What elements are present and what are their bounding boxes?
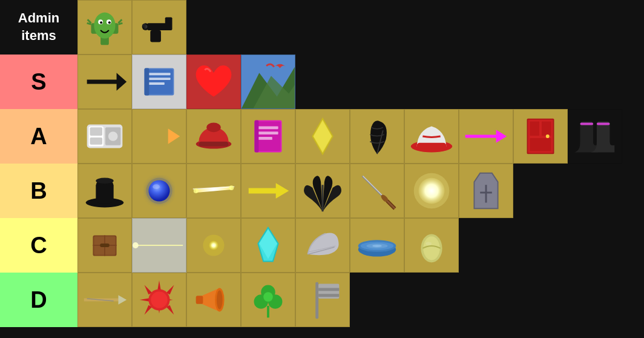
svg-marker-74	[276, 183, 289, 198]
svg-rect-128	[318, 288, 339, 291]
svg-marker-114	[145, 305, 153, 315]
tier-label-s: S	[0, 55, 77, 109]
item-a-7	[404, 109, 459, 164]
tier-items-c	[77, 218, 459, 273]
item-d-5	[295, 273, 350, 327]
item-b-4	[241, 164, 295, 218]
svg-marker-19	[117, 73, 127, 90]
svg-point-117	[151, 291, 167, 308]
item-a-10	[568, 109, 622, 164]
item-a-4	[241, 109, 295, 164]
tier-items-d	[77, 273, 350, 327]
tier-row-b: B	[0, 164, 644, 218]
item-b-1	[77, 164, 132, 218]
item-a-9	[513, 109, 568, 164]
svg-marker-36	[168, 128, 180, 144]
item-d-4	[241, 273, 295, 327]
svg-rect-129	[318, 294, 339, 297]
svg-point-65	[96, 177, 113, 184]
svg-rect-50	[417, 143, 447, 149]
tier-label-c: C	[0, 218, 77, 273]
svg-marker-112	[145, 285, 153, 295]
svg-rect-45	[255, 121, 259, 153]
item-s-3	[186, 55, 241, 109]
item-c-4	[241, 218, 295, 273]
item-admin-2	[132, 0, 186, 55]
svg-marker-48	[314, 122, 331, 151]
svg-marker-52	[496, 130, 507, 143]
svg-rect-23	[148, 78, 170, 80]
item-c-5	[295, 218, 350, 273]
tier-row-admin: Admin items	[0, 0, 644, 55]
svg-point-6	[100, 21, 102, 24]
item-a-1	[77, 109, 132, 164]
svg-rect-64	[96, 181, 113, 203]
item-d-2	[132, 273, 186, 327]
svg-rect-61	[580, 123, 594, 125]
item-a-5	[295, 109, 350, 164]
svg-rect-14	[150, 30, 161, 42]
svg-rect-43	[258, 131, 278, 134]
svg-rect-44	[258, 137, 272, 140]
svg-point-103	[423, 236, 439, 260]
item-c-7	[404, 218, 459, 273]
svg-rect-24	[148, 82, 164, 85]
tier-items-a	[77, 109, 622, 164]
item-c-2	[132, 218, 186, 273]
svg-rect-88	[100, 244, 110, 247]
svg-marker-115	[166, 305, 174, 315]
tier-label-b: B	[0, 164, 77, 218]
svg-point-91	[133, 242, 139, 248]
svg-point-81	[418, 177, 444, 204]
tier-label-a: A	[0, 109, 77, 164]
svg-rect-59	[580, 122, 594, 145]
svg-point-72	[229, 185, 234, 190]
svg-rect-126	[315, 282, 318, 319]
tier-row-c: C	[0, 218, 644, 273]
tier-row-a: A	[0, 109, 644, 164]
svg-line-9	[87, 23, 91, 24]
svg-rect-55	[530, 122, 539, 136]
svg-point-38	[206, 123, 220, 133]
item-s-1	[77, 55, 132, 109]
svg-point-34	[108, 131, 118, 141]
svg-point-67	[148, 180, 169, 201]
svg-point-68	[153, 184, 160, 189]
svg-rect-60	[597, 122, 610, 145]
svg-marker-106	[118, 295, 126, 305]
svg-rect-39	[199, 142, 229, 147]
svg-rect-57	[530, 138, 551, 151]
svg-rect-62	[597, 123, 610, 125]
item-b-7	[404, 164, 459, 218]
item-a-3	[186, 109, 241, 164]
item-a-2	[132, 109, 186, 164]
svg-point-7	[108, 21, 111, 24]
item-a-8	[459, 109, 513, 164]
item-b-3	[186, 164, 241, 218]
svg-rect-42	[258, 126, 278, 129]
svg-rect-56	[542, 122, 551, 136]
item-a-6	[350, 109, 404, 164]
svg-point-58	[546, 134, 550, 138]
tier-label-d: D	[0, 273, 77, 327]
item-s-4	[241, 55, 295, 109]
item-admin-1	[77, 0, 132, 55]
svg-rect-22	[148, 73, 170, 75]
item-d-3	[186, 273, 241, 327]
svg-rect-13	[165, 17, 172, 30]
svg-rect-119	[196, 296, 203, 304]
tier-row-s: S	[0, 55, 644, 109]
item-b-8	[459, 164, 513, 218]
svg-point-101	[372, 245, 382, 247]
tier-row-d: D	[0, 273, 644, 327]
item-b-5	[295, 164, 350, 218]
item-c-1	[77, 218, 132, 273]
svg-line-11	[118, 23, 122, 24]
svg-point-104	[426, 242, 432, 245]
svg-marker-113	[166, 285, 174, 295]
svg-point-120	[217, 290, 223, 309]
svg-line-79	[387, 201, 395, 209]
svg-rect-25	[145, 68, 150, 96]
item-c-3	[186, 218, 241, 273]
svg-point-93	[209, 240, 218, 250]
